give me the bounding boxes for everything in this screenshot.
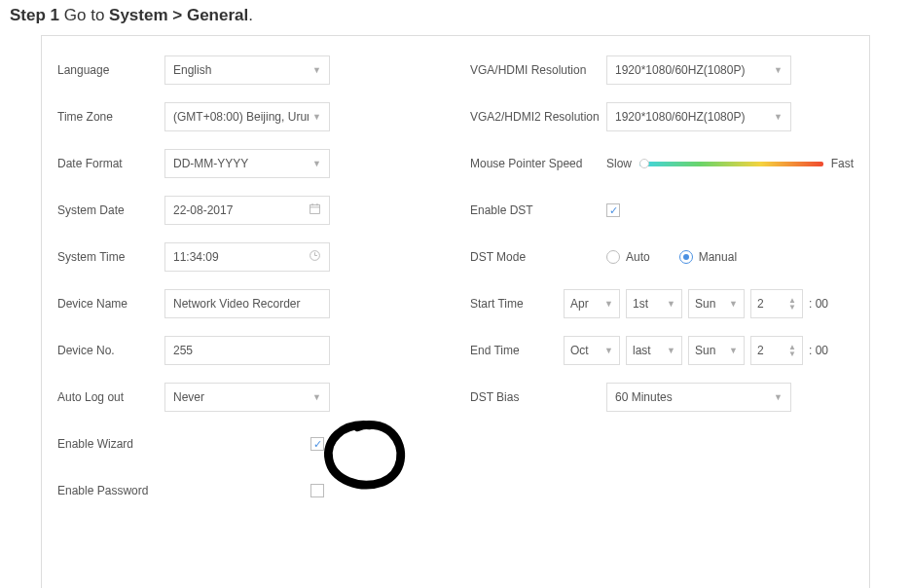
dst-mode-label: DST Mode xyxy=(470,250,606,264)
chevron-down-icon: ▼ xyxy=(604,346,613,355)
spinner-arrows-icon: ▲▼ xyxy=(788,344,796,357)
right-column: VGA/HDMI Resolution 1920*1080/60HZ(1080P… xyxy=(470,55,854,588)
enable-wizard-checkbox[interactable] xyxy=(310,437,324,451)
chevron-down-icon: ▼ xyxy=(312,392,321,402)
auto-logout-select[interactable]: Never ▼ xyxy=(164,383,330,412)
start-day-select[interactable]: Sun▼ xyxy=(688,289,745,318)
enable-dst-label: Enable DST xyxy=(470,203,606,217)
timezone-select[interactable]: (GMT+08:00) Beijing, Urumqi ▼ xyxy=(164,102,330,131)
language-select[interactable]: English ▼ xyxy=(164,55,330,85)
dst-bias-select[interactable]: 60 Minutes ▼ xyxy=(606,383,791,412)
mouse-speed-label: Mouse Pointer Speed xyxy=(470,157,606,170)
chevron-down-icon: ▼ xyxy=(667,299,675,309)
dst-bias-label: DST Bias xyxy=(470,390,606,404)
end-month-select[interactable]: Oct▼ xyxy=(564,336,620,365)
date-format-label: Date Format xyxy=(57,157,164,170)
mouse-speed-fast: Fast xyxy=(831,157,854,170)
step-header: Step 1 Go to System > General. xyxy=(0,0,911,35)
timezone-label: Time Zone xyxy=(57,110,164,124)
auto-logout-label: Auto Log out xyxy=(57,390,164,404)
enable-wizard-label: Enable Wizard xyxy=(57,437,164,451)
end-hour-spinner[interactable]: 2▲▼ xyxy=(750,336,803,365)
chevron-down-icon: ▼ xyxy=(667,346,675,355)
end-time-label: End Time xyxy=(470,344,564,357)
device-no-input[interactable]: 255 xyxy=(164,336,330,365)
clock-icon xyxy=(309,249,321,265)
start-hour-spinner[interactable]: 2▲▼ xyxy=(750,289,803,318)
chevron-down-icon: ▼ xyxy=(729,346,738,355)
start-time-label: Start Time xyxy=(470,297,564,311)
enable-dst-checkbox[interactable] xyxy=(606,203,620,217)
step-text2: . xyxy=(248,6,253,24)
vga2-hdmi2-select[interactable]: 1920*1080/60HZ(1080P) ▼ xyxy=(606,102,791,131)
enable-password-label: Enable Password xyxy=(57,484,164,497)
start-time-suffix: : 00 xyxy=(809,297,828,311)
end-day-select[interactable]: Sun▼ xyxy=(688,336,745,365)
end-time-suffix: : 00 xyxy=(809,344,828,357)
vga-hdmi-label: VGA/HDMI Resolution xyxy=(470,63,606,77)
chevron-down-icon: ▼ xyxy=(774,392,783,402)
mouse-speed-slider[interactable] xyxy=(639,162,823,166)
end-ordinal-select[interactable]: last▼ xyxy=(626,336,682,365)
step-breadcrumb: System > General xyxy=(109,6,248,24)
radio-icon xyxy=(606,250,620,264)
dst-mode-manual-radio[interactable]: Manual xyxy=(679,250,737,264)
chevron-down-icon: ▼ xyxy=(312,112,321,122)
calendar-icon xyxy=(309,202,321,218)
settings-panel: Language English ▼ Time Zone (GMT+08:00)… xyxy=(41,35,870,588)
start-ordinal-select[interactable]: 1st▼ xyxy=(626,289,682,318)
dst-mode-auto-radio[interactable]: Auto xyxy=(606,250,650,264)
device-name-label: Device Name xyxy=(57,297,164,311)
device-no-label: Device No. xyxy=(57,344,164,357)
chevron-down-icon: ▼ xyxy=(312,65,321,75)
vga2-hdmi2-label: VGA2/HDMI2 Resolution xyxy=(470,110,606,124)
left-column: Language English ▼ Time Zone (GMT+08:00)… xyxy=(57,55,441,588)
language-label: Language xyxy=(57,63,164,77)
chevron-down-icon: ▼ xyxy=(774,65,783,75)
chevron-down-icon: ▼ xyxy=(312,159,321,168)
system-time-input[interactable]: 11:34:09 xyxy=(164,242,330,272)
slider-thumb[interactable] xyxy=(639,159,649,168)
spinner-arrows-icon: ▲▼ xyxy=(788,297,796,311)
enable-password-checkbox[interactable] xyxy=(310,484,324,497)
chevron-down-icon: ▼ xyxy=(729,299,738,309)
mouse-speed-slow: Slow xyxy=(606,157,632,170)
step-text1: Go to xyxy=(59,6,109,24)
svg-rect-0 xyxy=(310,204,320,213)
date-format-select[interactable]: DD-MM-YYYY ▼ xyxy=(164,149,330,178)
radio-icon xyxy=(679,250,693,264)
chevron-down-icon: ▼ xyxy=(774,112,783,122)
system-time-label: System Time xyxy=(57,250,164,264)
device-name-input[interactable]: Network Video Recorder xyxy=(164,289,330,318)
chevron-down-icon: ▼ xyxy=(604,299,613,309)
system-date-input[interactable]: 22-08-2017 xyxy=(164,196,330,225)
step-label: Step 1 xyxy=(10,6,59,24)
system-date-label: System Date xyxy=(57,203,164,217)
vga-hdmi-select[interactable]: 1920*1080/60HZ(1080P) ▼ xyxy=(606,55,791,85)
start-month-select[interactable]: Apr▼ xyxy=(564,289,620,318)
